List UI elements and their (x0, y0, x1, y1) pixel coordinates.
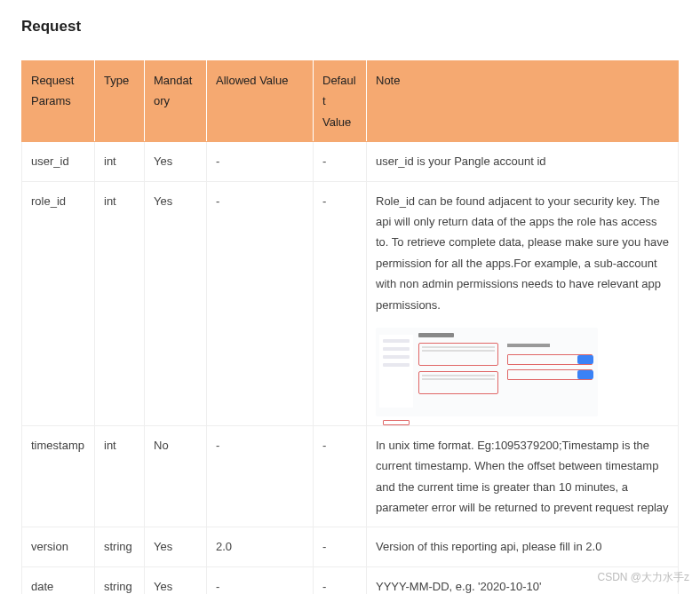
header-allowed: Allowed Value (207, 61, 314, 142)
table-row: role_id int Yes - - Role_id can be found… (22, 181, 679, 425)
section-title: Request (21, 18, 679, 36)
cell-allowed: 2.0 (207, 527, 314, 566)
cell-note: In unix time format. Eg:1095379200;Times… (367, 425, 679, 527)
cell-param: date (22, 566, 95, 594)
cell-default: - (314, 142, 367, 181)
cell-default: - (314, 181, 367, 425)
table-header-row: Request Params Type Mandatory Allowed Va… (22, 61, 679, 142)
cell-allowed: - (207, 142, 314, 181)
table-row: version string Yes 2.0 - Version of this… (22, 527, 679, 566)
cell-type: int (95, 142, 145, 181)
cell-default: - (314, 425, 367, 527)
cell-note: Role_id can be found adjacent to your se… (367, 181, 679, 425)
cell-default: - (314, 527, 367, 566)
cell-param: user_id (22, 142, 95, 181)
cell-type: string (95, 566, 145, 594)
table-row: user_id int Yes - - user_id is your Pang… (22, 142, 679, 181)
cell-allowed: - (207, 181, 314, 425)
table-row: timestamp int No - - In unix time format… (22, 425, 679, 527)
cell-param: version (22, 527, 95, 566)
cell-mandatory: Yes (145, 566, 207, 594)
permissions-screenshot (376, 328, 598, 416)
cell-allowed: - (207, 566, 314, 594)
cell-allowed: - (207, 425, 314, 527)
cell-default: - (314, 566, 367, 594)
request-params-table: Request Params Type Mandatory Allowed Va… (21, 60, 679, 594)
cell-note: YYYY-MM-DD, e.g. '2020-10-10' (367, 566, 679, 594)
cell-type: int (95, 425, 145, 527)
header-default: Default Value (314, 61, 367, 142)
cell-type: int (95, 181, 145, 425)
cell-mandatory: No (145, 425, 207, 527)
header-type: Type (95, 61, 145, 142)
cell-param: role_id (22, 181, 95, 425)
cell-param: timestamp (22, 425, 95, 527)
cell-mandatory: Yes (145, 181, 207, 425)
table-row: date string Yes - - YYYY-MM-DD, e.g. '20… (22, 566, 679, 594)
note-text: Role_id can be found adjacent to your se… (376, 194, 669, 312)
cell-mandatory: Yes (145, 527, 207, 566)
cell-type: string (95, 527, 145, 566)
header-mandatory: Mandatory (145, 61, 207, 142)
cell-note: user_id is your Pangle account id (367, 142, 679, 181)
header-params: Request Params (22, 61, 95, 142)
cell-mandatory: Yes (145, 142, 207, 181)
cell-note: Version of this reporting api, please fi… (367, 527, 679, 566)
header-note: Note (367, 61, 679, 142)
